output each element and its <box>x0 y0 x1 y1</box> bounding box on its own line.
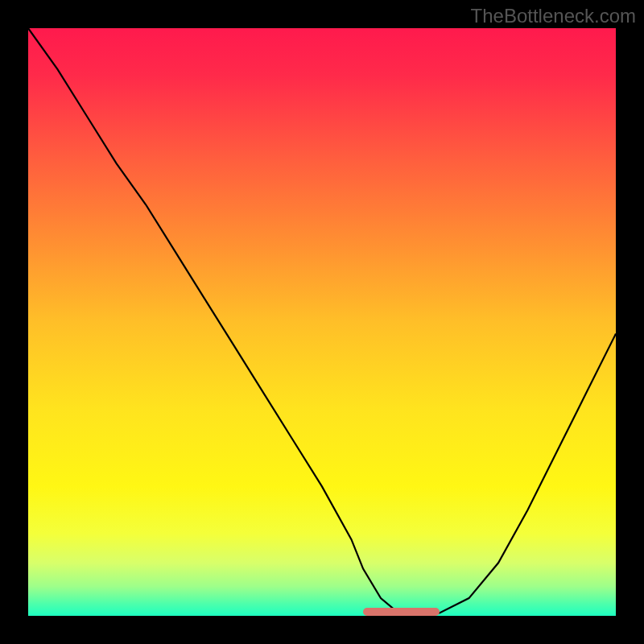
watermark-text: TheBottleneck.com <box>471 5 636 27</box>
svg-rect-0 <box>28 28 616 616</box>
chart-background-gradient <box>28 28 616 616</box>
chart-area <box>28 28 616 616</box>
optimal-range-marker <box>363 608 440 616</box>
